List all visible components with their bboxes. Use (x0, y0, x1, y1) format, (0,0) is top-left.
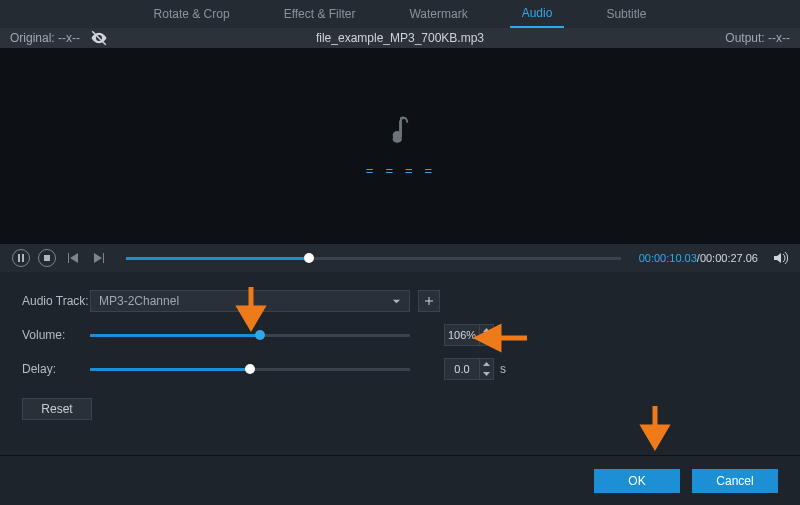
tab-audio[interactable]: Audio (510, 0, 565, 28)
audio-controls-panel: Audio Track: MP3-2Channel Volume: 106% D… (0, 272, 800, 420)
seek-slider[interactable] (126, 251, 621, 265)
svg-rect-2 (400, 117, 402, 137)
music-note-icon (389, 115, 411, 145)
audio-track-dropdown[interactable]: MP3-2Channel (90, 290, 410, 312)
volume-label: Volume: (22, 328, 90, 342)
delay-unit: s (500, 362, 506, 376)
cancel-button[interactable]: Cancel (692, 469, 778, 493)
ok-label: OK (628, 474, 645, 488)
svg-rect-5 (44, 255, 50, 261)
play-pause-button[interactable] (12, 249, 30, 267)
volume-icon[interactable] (772, 250, 788, 266)
tab-rotate-crop[interactable]: Rotate & Crop (142, 0, 242, 28)
dialog-buttons: OK Cancel (0, 455, 800, 505)
output-dimensions: Output: --x-- (725, 31, 790, 45)
delay-step-down[interactable] (480, 369, 493, 379)
volume-stepper[interactable]: 106% (444, 324, 494, 346)
tab-label: Audio (522, 6, 553, 20)
tab-label: Subtitle (606, 7, 646, 21)
svg-rect-3 (18, 254, 20, 262)
time-total: 00:00:27.06 (700, 252, 758, 264)
tab-subtitle[interactable]: Subtitle (594, 0, 658, 28)
filename-label: file_example_MP3_700KB.mp3 (316, 31, 484, 45)
playback-bar: 00:00:10.03/00:00:27.06 (0, 244, 800, 272)
reset-button[interactable]: Reset (22, 398, 92, 420)
delay-label: Delay: (22, 362, 90, 376)
svg-rect-4 (22, 254, 24, 262)
stop-button[interactable] (38, 249, 56, 267)
audio-waveform-icon: ==== (366, 163, 434, 178)
tab-label: Rotate & Crop (154, 7, 230, 21)
cancel-label: Cancel (716, 474, 753, 488)
editor-tabs: Rotate & Crop Effect & Filter Watermark … (0, 0, 800, 28)
tab-watermark[interactable]: Watermark (397, 0, 479, 28)
delay-slider[interactable] (90, 362, 410, 376)
volume-value: 106% (445, 329, 479, 341)
volume-step-up[interactable] (480, 325, 493, 335)
chevron-down-icon (392, 297, 401, 306)
delay-step-up[interactable] (480, 359, 493, 369)
audio-track-label: Audio Track: (22, 294, 90, 308)
time-current: 00:00:10.03 (639, 252, 697, 264)
media-preview: ==== (0, 48, 800, 244)
add-audio-track-button[interactable] (418, 290, 440, 312)
prev-button[interactable] (64, 249, 82, 267)
next-button[interactable] (90, 249, 108, 267)
ok-button[interactable]: OK (594, 469, 680, 493)
volume-slider[interactable] (90, 328, 410, 342)
audio-track-value: MP3-2Channel (99, 294, 179, 308)
original-dimensions: Original: --x-- (10, 31, 80, 45)
plus-icon (424, 296, 434, 306)
tab-label: Watermark (409, 7, 467, 21)
delay-stepper[interactable]: 0.0 (444, 358, 494, 380)
file-info-bar: Original: --x-- file_example_MP3_700KB.m… (0, 28, 800, 48)
delay-value: 0.0 (445, 363, 479, 375)
playback-time: 00:00:10.03/00:00:27.06 (639, 252, 758, 264)
preview-toggle-icon[interactable] (90, 29, 108, 47)
tab-effect-filter[interactable]: Effect & Filter (272, 0, 368, 28)
volume-step-down[interactable] (480, 335, 493, 345)
tab-label: Effect & Filter (284, 7, 356, 21)
reset-label: Reset (41, 402, 72, 416)
